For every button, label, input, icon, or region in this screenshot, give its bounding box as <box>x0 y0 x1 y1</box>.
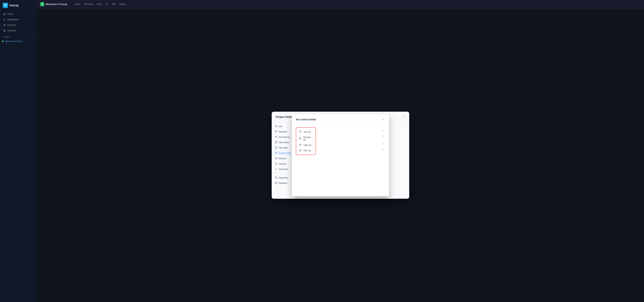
svg-rect-29 <box>275 182 277 184</box>
advanced-icon <box>275 168 278 170</box>
svg-rect-0 <box>3 3 8 8</box>
url-type-icon <box>299 149 302 152</box>
svg-point-20 <box>276 158 276 159</box>
settings-nav-advanced-label: Advanced <box>279 168 288 170</box>
cf-field-number-row: N Number (0) <box>296 135 316 142</box>
svg-rect-36 <box>299 144 301 146</box>
tab-to[interactable]: To <box>104 2 110 6</box>
cf-field-url-label: URL (0) <box>304 149 311 152</box>
sidebar-item-archived[interactable]: Archived <box>1 28 36 33</box>
add-text-button[interactable]: + <box>380 128 385 133</box>
date-type-icon <box>299 144 302 147</box>
project-status-dot <box>2 40 4 42</box>
repository-icon <box>275 176 278 179</box>
tracup-logo-icon <box>3 3 8 8</box>
svg-rect-10 <box>275 141 277 143</box>
settings-nav-repository-label: Repository <box>279 177 288 179</box>
tab-design[interactable]: Design <box>118 2 128 6</box>
sidebar-item-home[interactable]: Home <box>1 11 36 16</box>
cf-field-number-label: Number (0) <box>303 136 313 141</box>
page-content: Project Settings × Info <box>37 8 644 302</box>
add-date-button[interactable]: + <box>380 141 385 146</box>
cf-modal-title: All custom fields <box>296 118 316 121</box>
add-url-row: + <box>380 147 385 153</box>
settings-nav-task-status-label: Task Status <box>279 141 289 144</box>
svg-rect-13 <box>275 147 277 149</box>
sidebar-item-notifications-label: Notifications <box>8 18 19 21</box>
project-title-area: W Welcome to Tracup <box>40 2 67 6</box>
info-icon <box>275 125 278 128</box>
cf-header: All custom fields × <box>292 114 389 124</box>
settings-nav-task-type-label: Task Type <box>279 147 288 149</box>
add-date-row: + <box>380 140 385 147</box>
logo-text: tracup <box>10 4 18 7</box>
cf-field-text-label: Text (0) <box>304 131 311 133</box>
cf-body: T Text (0) N Number (0) <box>292 124 389 196</box>
webhook-icon <box>275 182 278 184</box>
sidebar-item-home-label: Home <box>8 13 13 15</box>
tab-gantt[interactable]: Gantt <box>95 2 103 6</box>
settings-nav-modules-label: Modules <box>279 157 286 160</box>
sidebar-item-favorites-label: Favorites <box>8 24 16 26</box>
add-number-button[interactable]: + <box>380 135 385 140</box>
svg-text:N: N <box>300 138 300 139</box>
sidebar-section-label: Project <box>3 36 10 38</box>
svg-point-9 <box>276 137 277 137</box>
modal-overlay: Project Settings × Info <box>37 8 644 302</box>
settings-nav-versions-label: Versions <box>279 163 286 165</box>
sidebar-nav: Home Notifications Favorites Archived <box>0 11 37 33</box>
main-content: W Welcome to Tracup Board Overview Gantt… <box>37 0 644 302</box>
members-icon <box>275 130 278 133</box>
logo: tracup <box>0 3 37 11</box>
project-item-label: Welcome to Tracup <box>5 40 22 42</box>
cf-field-url-left: URL (0) <box>299 149 311 152</box>
svg-point-5 <box>276 131 276 132</box>
svg-rect-1 <box>4 30 6 30</box>
sidebar-project-item[interactable]: Welcome to Tracup <box>0 39 37 43</box>
task-type-icon <box>275 147 278 149</box>
settings-nav-members-label: Members <box>279 131 287 133</box>
custom-fields-modal: All custom fields × T Text ( <box>292 114 389 196</box>
sidebar-item-archived-label: Archived <box>8 29 16 32</box>
add-text-row: + <box>380 128 385 134</box>
add-number-row: + <box>380 134 385 140</box>
home-icon <box>3 13 6 15</box>
cf-field-number-left: N Number (0) <box>299 136 313 141</box>
settings-nav-info-label: Info <box>279 125 282 128</box>
bell-icon <box>3 18 6 21</box>
cf-field-date-label: Date (0) <box>304 144 312 146</box>
settings-close-button[interactable]: × <box>401 115 405 119</box>
versions-icon <box>275 162 278 165</box>
add-url-button[interactable]: + <box>380 148 385 152</box>
settings-nav-custom-field-label: Custom Field <box>279 152 291 154</box>
sidebar-item-notifications[interactable]: Notifications <box>1 17 36 22</box>
project-name: Welcome to Tracup <box>46 3 67 5</box>
chevron-down-icon <box>32 36 34 38</box>
modules-icon <box>275 157 278 160</box>
tab-wiki[interactable]: Wiki <box>110 2 117 6</box>
sidebar-section-project: Project <box>0 33 37 39</box>
svg-rect-26 <box>276 177 277 178</box>
sidebar: tracup Home Notifications Favorites Arch… <box>0 0 37 302</box>
topbar: W Welcome to Tracup Board Overview Gantt… <box>37 0 644 8</box>
settings-nav-webhook-label: Webhook <box>279 182 287 184</box>
star-icon <box>3 24 6 26</box>
svg-point-19 <box>275 157 277 159</box>
cf-field-text-row: T Text (0) <box>296 129 316 135</box>
text-type-icon: T <box>299 130 302 133</box>
permissions-icon <box>275 136 278 139</box>
cf-field-date-left: Date (0) <box>299 144 312 147</box>
svg-point-7 <box>276 136 276 137</box>
settings-nav-permissions-label: Permissions <box>279 136 290 138</box>
sidebar-item-favorites[interactable]: Favorites <box>1 22 36 28</box>
cf-close-button[interactable]: × <box>381 118 385 121</box>
tab-overview[interactable]: Overview <box>82 2 94 6</box>
cf-fields-box: T Text (0) N Number (0) <box>296 127 316 155</box>
svg-point-6 <box>276 131 277 132</box>
custom-field-icon <box>275 152 278 154</box>
cf-add-buttons: + + + + <box>380 128 385 153</box>
cf-field-date-row: Date (0) <box>296 142 316 148</box>
tab-board[interactable]: Board <box>73 2 82 6</box>
cf-field-text-left: T Text (0) <box>299 130 311 133</box>
archive-icon <box>3 29 6 32</box>
